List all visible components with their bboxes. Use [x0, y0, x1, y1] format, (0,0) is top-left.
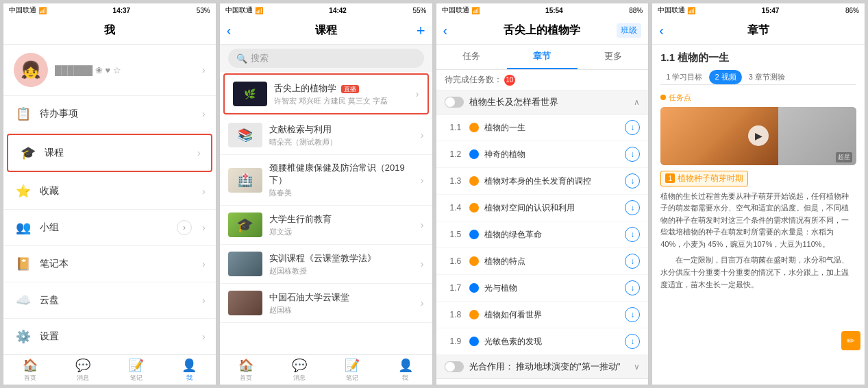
- course-info-6: 中国石油大学云课堂 赵国栋: [269, 291, 414, 315]
- chapter-1-1[interactable]: 1.1 植物的一生 ↓: [436, 114, 649, 141]
- course-item-1[interactable]: 🌿 舌尖上的植物学 直播 许智宏 邓兴旺 方建民 莫三文 字磊 ›: [223, 73, 429, 114]
- ch-dl-1-9[interactable]: ↓: [625, 334, 640, 349]
- search-input[interactable]: 🔍 搜索: [228, 49, 424, 68]
- course-info-2: 文献检索与利用 晴朵亮（测试教师）: [269, 123, 414, 147]
- phone3-class-button[interactable]: 班级: [617, 23, 641, 38]
- task-point-dot: [660, 95, 666, 100]
- ch-dl-1-1[interactable]: ↓: [625, 120, 640, 135]
- chapter-1-5[interactable]: 1.5 植物的绿色革命 ↓: [436, 221, 649, 248]
- video-watermark: 超星: [836, 152, 852, 162]
- section2-toggle[interactable]: [445, 361, 464, 372]
- chapter-detail-title: 1.1 植物的一生: [660, 51, 856, 64]
- section1-toggle[interactable]: [445, 97, 464, 108]
- course-item-6[interactable]: 中国石油大学云课堂 赵国栋 ›: [220, 284, 432, 323]
- task-count-bar: 待完成任务数： 10: [436, 70, 649, 90]
- task-point-badge: 任务点: [660, 93, 691, 103]
- section1-chevron: ∧: [634, 97, 640, 107]
- phone4-battery: 86%: [845, 7, 859, 14]
- video-thumbnail[interactable]: ▶ 超星: [660, 107, 856, 165]
- course-thumb-4: 🎓: [228, 213, 262, 237]
- ch-num-1-4: 1.4: [450, 203, 464, 213]
- menu-item-group[interactable]: 👥 小组 › ›: [3, 210, 216, 246]
- group-expand-btn[interactable]: ›: [177, 220, 192, 235]
- menu-item-notebook[interactable]: 📔 笔记本 ›: [3, 246, 216, 282]
- sec-tab-goal[interactable]: 1 学习目标: [660, 70, 708, 84]
- float-edit-button[interactable]: ✏: [841, 331, 860, 350]
- course-arrow-2: ›: [421, 130, 424, 141]
- phone3-wifi-icon: 📶: [471, 7, 480, 14]
- ch-dl-1-2[interactable]: ↓: [625, 147, 640, 162]
- phone2-time: 14:42: [329, 7, 347, 14]
- seg-tab-chapter[interactable]: 章节: [507, 45, 578, 69]
- section2-header[interactable]: 光合作用： 推动地球演变的"第一推动" ∨: [436, 355, 649, 379]
- course-label: 课程: [45, 147, 190, 159]
- ch-dl-1-6[interactable]: ↓: [625, 254, 640, 269]
- play-button[interactable]: ▶: [748, 125, 769, 146]
- phone1-wifi-icon: 📶: [38, 7, 47, 14]
- section2-chevron: ∨: [634, 362, 640, 372]
- group-arrow: ›: [202, 222, 206, 233]
- ch-dl-1-8[interactable]: ↓: [625, 307, 640, 322]
- course-arrow-5: ›: [421, 258, 424, 269]
- course-item-2[interactable]: 📚 文献检索与利用 晴朵亮（测试教师） ›: [220, 116, 432, 155]
- task-count-badge: 10: [504, 75, 515, 86]
- sec-tab-test[interactable]: 3 章节测验: [743, 70, 791, 84]
- course-thumb-6: [228, 291, 262, 315]
- tab2-home[interactable]: 🏠首页: [220, 355, 273, 385]
- tab2-me[interactable]: 👤我: [379, 355, 432, 385]
- course-thumb-1: 🌿: [233, 82, 267, 106]
- tab-message[interactable]: 💬消息: [56, 355, 109, 385]
- menu-item-cloud[interactable]: ☁️ 云盘 ›: [3, 282, 216, 319]
- phone1-battery: 53%: [197, 7, 210, 14]
- phone2-nav-title: 课程: [315, 23, 337, 38]
- course-item-3[interactable]: 🏥 颈腰椎健康保健及防治常识（2019下） 陈春美 ›: [220, 155, 432, 206]
- seg-tab-more[interactable]: 更多: [578, 45, 648, 69]
- chapter-1-9[interactable]: 1.9 光敏色素的发现 ↓: [436, 328, 649, 355]
- section1-header[interactable]: 植物生长及怎样看世界 ∧: [436, 90, 649, 114]
- chapter-1-8[interactable]: 1.8 植物如何看世界 ↓: [436, 302, 649, 328]
- ch-dl-1-5[interactable]: ↓: [625, 227, 640, 242]
- tab-note[interactable]: 📝笔记: [110, 355, 162, 385]
- tab-me[interactable]: 👤我: [162, 355, 215, 385]
- ch-dl-1-3[interactable]: ↓: [625, 173, 640, 189]
- phone2-back-button[interactable]: ‹: [227, 23, 232, 38]
- tab2-note[interactable]: 📝笔记: [326, 355, 379, 385]
- settings-icon: ⚙️: [14, 327, 33, 346]
- tab2-message[interactable]: 💬消息: [273, 355, 325, 385]
- phone3-back-button[interactable]: ‹: [443, 23, 448, 38]
- ch-dl-1-4[interactable]: ↓: [625, 200, 640, 215]
- chapter-1-2[interactable]: 1.2 神奇的植物 ↓: [436, 141, 649, 168]
- phone1-screen: 👧 ██████ ❀ ♥ ☆ › 📋 待办事项 › 🎓 课程 ›: [3, 45, 216, 354]
- sec-tab-video[interactable]: 2 视频: [709, 70, 741, 84]
- menu-item-collection[interactable]: ⭐ 收藏 ›: [3, 173, 216, 210]
- tab2-home-label: 首页: [240, 374, 252, 383]
- ch-dl-1-7[interactable]: ↓: [625, 280, 640, 295]
- todo-icon: 📋: [14, 104, 33, 123]
- segment-tabs: 任务 章节 更多: [436, 45, 649, 70]
- chapter-1-4[interactable]: 1.4 植物对空间的认识和利用 ↓: [436, 195, 649, 221]
- ch-text-1-3: 植物对本身的生长发育的调控: [484, 175, 620, 187]
- ch-dot-1-7: [469, 283, 479, 293]
- phone2-tab-bar: 🏠首页 💬消息 📝笔记 👤我: [220, 354, 432, 385]
- chapter-2-1[interactable]: 2.1 热力学的诞生 ↓: [436, 379, 649, 385]
- menu-item-settings[interactable]: ⚙️ 设置 ›: [3, 319, 216, 354]
- chapter-1-6[interactable]: 1.6 植物的特点 ↓: [436, 248, 649, 275]
- phone4-back-button[interactable]: ‹: [659, 23, 664, 38]
- course-arrow-6: ›: [421, 298, 424, 308]
- phone2: 中国联通 📶 14:42 55% ‹ 课程 + 🔍 搜索 🌿: [219, 3, 433, 385]
- tab-home[interactable]: 🏠首页: [3, 355, 56, 385]
- chapter-1-3[interactable]: 1.3 植物对本身的生长发育的调控 ↓: [436, 168, 649, 195]
- chapter-1-7[interactable]: 1.7 光与植物 ↓: [436, 275, 649, 302]
- course-title-2: 文献检索与利用: [269, 123, 414, 136]
- profile-section[interactable]: 👧 ██████ ❀ ♥ ☆ ›: [3, 45, 216, 96]
- seg-tab-task[interactable]: 任务: [436, 45, 507, 69]
- phone4-nav-bar: ‹ 章节: [652, 17, 865, 45]
- phone3: 中国联通 📶 15:54 88% ‹ 舌尖上的植物学 班级 任务 章节 更多 待…: [436, 3, 649, 385]
- ch-num-1-5: 1.5: [450, 230, 464, 239]
- menu-item-todo[interactable]: 📋 待办事项 ›: [3, 96, 216, 132]
- course-item-5[interactable]: 实训课程《云课堂教学法》 赵国栋教授 ›: [220, 245, 432, 284]
- course-item-4[interactable]: 🎓 大学生行前教育 郑文远 ›: [220, 206, 432, 245]
- phone2-add-button[interactable]: +: [417, 22, 425, 40]
- menu-item-course[interactable]: 🎓 课程 ›: [7, 134, 212, 172]
- ch-num-1-1: 1.1: [450, 123, 464, 132]
